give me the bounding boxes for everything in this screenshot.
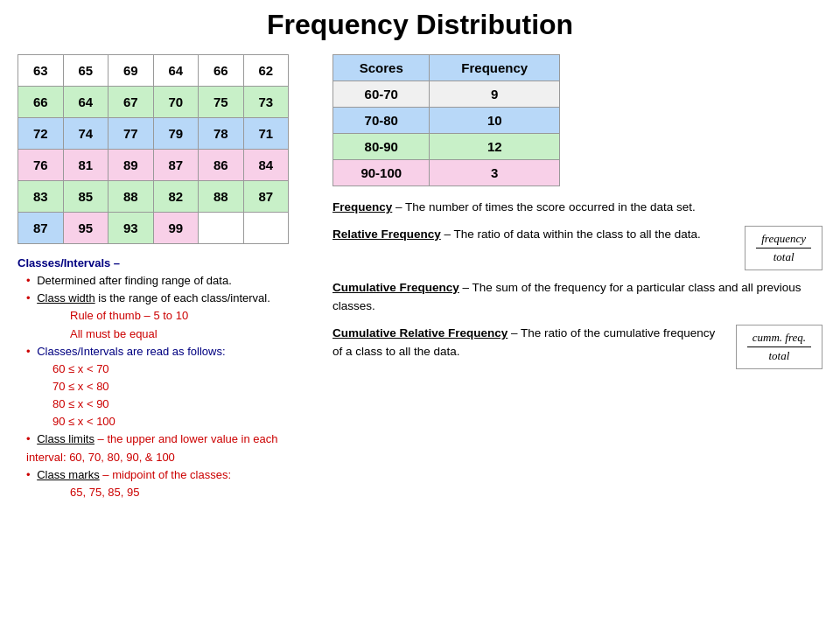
note-bullet-1: Determined after finding range of data. — [26, 272, 315, 290]
data-row: 636569646662 — [18, 55, 289, 87]
data-cell: 87 — [153, 150, 199, 181]
data-cell: 76 — [18, 150, 64, 181]
data-cell: 75 — [199, 87, 244, 118]
data-cell: 65 — [63, 55, 108, 87]
frequency-table: Scores Frequency 60-70970-801080-901290-… — [332, 54, 560, 186]
notes-section: Classes/Intervals – Determined after fin… — [18, 255, 315, 501]
data-cell: 93 — [108, 213, 154, 244]
data-cell: 73 — [243, 87, 289, 118]
col-header-frequency: Frequency — [430, 55, 560, 81]
data-cell: 66 — [199, 55, 244, 87]
classes-title: Classes/Intervals – — [18, 256, 120, 270]
data-cell: 69 — [108, 55, 154, 87]
data-cell: 99 — [153, 213, 199, 244]
def-cumulative-frequency: Cumulative Frequency – The sum of the fr… — [332, 279, 822, 316]
data-cell: 88 — [108, 181, 154, 213]
data-row: 727477797871 — [18, 118, 289, 150]
data-cell: 85 — [63, 181, 108, 213]
data-row: 666467707573 — [18, 87, 289, 118]
rule-of-thumb: Rule of thumb – 5 to 10 — [70, 307, 315, 325]
all-must-equal: All must be equal — [70, 326, 315, 343]
data-cell: 95 — [63, 213, 108, 244]
freq-row: 80-9012 — [333, 134, 560, 160]
data-cell: 71 — [243, 118, 289, 150]
def-frequency: Frequency – The number of times the scor… — [332, 199, 822, 217]
data-cell: 87 — [18, 213, 64, 244]
score-cell: 70-80 — [333, 108, 430, 134]
freq-row: 90-1003 — [333, 160, 560, 186]
data-cell: 67 — [108, 87, 154, 118]
score-cell: 60-70 — [333, 81, 430, 108]
note-bullet-2: Class width is the range of each class/i… — [26, 290, 315, 307]
data-cell: 63 — [18, 55, 64, 87]
freq-row: 70-8010 — [333, 108, 560, 134]
data-grid: 6365696466626664677075737274777978717681… — [18, 54, 289, 244]
right-panel: Scores Frequency 60-70970-801080-901290-… — [332, 54, 822, 378]
data-cell: 72 — [18, 118, 64, 150]
data-cell: 81 — [63, 150, 108, 181]
frequency-cell: 10 — [430, 108, 560, 134]
data-cell: 74 — [63, 118, 108, 150]
data-cell — [199, 213, 244, 244]
cumulative-relative-frequency-formula: cumm. freq. total — [736, 325, 822, 369]
data-cell: 64 — [63, 87, 108, 118]
def-relative-frequency: Relative Frequency – The ratio of data w… — [332, 226, 822, 270]
data-cell: 79 — [153, 118, 199, 150]
relative-frequency-formula: frequency total — [745, 226, 822, 270]
freq-row: 60-709 — [333, 81, 560, 108]
data-cell: 62 — [243, 55, 289, 87]
data-cell: 66 — [18, 87, 64, 118]
data-cell: 89 — [108, 150, 154, 181]
note-bullet-5: Class marks – midpoint of the classes: — [26, 466, 315, 484]
score-cell: 90-100 — [333, 160, 430, 186]
data-row: 838588828887 — [18, 181, 289, 213]
note-bullet-4: Class limits – the upper and lower value… — [26, 430, 315, 466]
left-panel: 6365696466626664677075737274777978717681… — [18, 54, 315, 501]
interval-item: 90 ≤ x < 100 — [52, 413, 315, 430]
page-title: Frequency Distribution — [18, 9, 822, 41]
data-cell: 86 — [199, 150, 244, 181]
col-header-scores: Scores — [333, 55, 430, 81]
data-cell: 83 — [18, 181, 64, 213]
frequency-cell: 3 — [430, 160, 560, 186]
data-cell: 64 — [153, 55, 199, 87]
class-marks-values: 65, 75, 85, 95 — [70, 484, 315, 501]
interval-item: 60 ≤ x < 70 — [52, 360, 315, 378]
data-cell: 78 — [199, 118, 244, 150]
data-cell: 88 — [199, 181, 244, 213]
frequency-cell: 9 — [430, 81, 560, 108]
data-cell: 70 — [153, 87, 199, 118]
data-row: 87959399 — [18, 213, 289, 244]
def-cumulative-relative-frequency: Cumulative Relative Frequency – The rati… — [332, 325, 822, 369]
data-cell: 77 — [108, 118, 154, 150]
frequency-cell: 12 — [430, 134, 560, 160]
data-cell: 87 — [243, 181, 289, 213]
data-cell — [243, 213, 289, 244]
data-cell: 84 — [243, 150, 289, 181]
data-row: 768189878684 — [18, 150, 289, 181]
score-cell: 80-90 — [333, 134, 430, 160]
data-cell: 82 — [153, 181, 199, 213]
definitions-section: Frequency – The number of times the scor… — [332, 199, 822, 369]
note-bullet-3: Classes/Intervals are read as follows: — [26, 343, 315, 360]
interval-item: 80 ≤ x < 90 — [52, 396, 315, 413]
interval-item: 70 ≤ x < 80 — [52, 378, 315, 396]
